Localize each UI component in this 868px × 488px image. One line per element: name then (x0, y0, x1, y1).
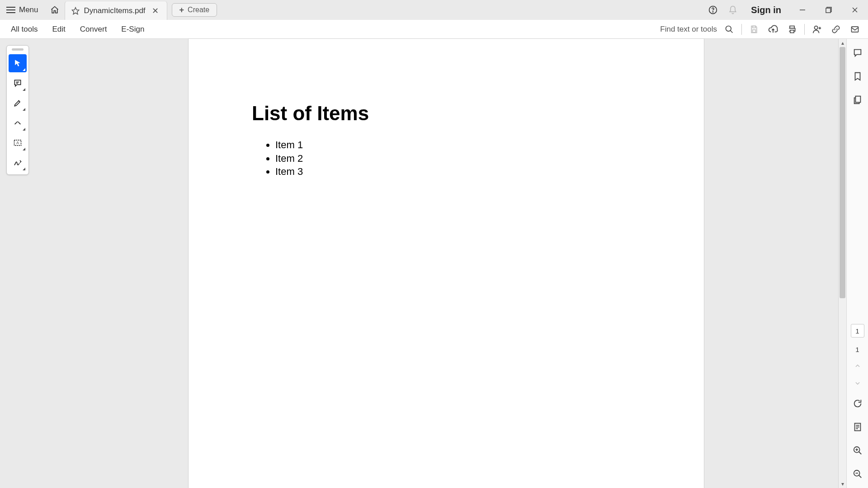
menu-button[interactable]: Menu (0, 0, 45, 20)
window-maximize-button[interactable] (816, 0, 842, 20)
document-viewport[interactable]: List of Items Item 1 Item 2 Item 3 (0, 39, 838, 488)
link-icon (831, 25, 840, 34)
zoom-in-button[interactable] (850, 443, 865, 458)
comment-tool[interactable] (9, 74, 27, 92)
bookmarks-panel-button[interactable] (850, 69, 865, 84)
pages-panel-button[interactable] (850, 92, 865, 108)
draw-tool[interactable] (9, 114, 27, 132)
search-button[interactable] (720, 20, 739, 39)
sign-tool[interactable] (9, 154, 27, 172)
svg-rect-11 (753, 29, 756, 32)
zoom-in-icon (853, 446, 863, 455)
share-link-button[interactable] (826, 20, 845, 39)
main-area: A List of Items Item 1 Item 2 Item 3 ▴ ▾ (0, 39, 868, 488)
total-pages: 1 (855, 346, 859, 353)
svg-rect-5 (826, 8, 830, 13)
edit-label: Edit (52, 25, 66, 34)
home-button[interactable] (45, 0, 65, 20)
scroll-down-button[interactable]: ▾ (839, 480, 846, 488)
upload-button[interactable] (764, 20, 783, 39)
sign-in-label: Sign in (751, 5, 781, 15)
create-label: Create (188, 6, 209, 14)
vertical-scrollbar[interactable]: ▴ ▾ (838, 39, 846, 488)
current-page: 1 (855, 327, 859, 335)
cursor-icon (13, 59, 22, 68)
toolbar-esign[interactable]: E-Sign (114, 20, 151, 38)
titlebar: Menu DynamicItems.pdf ✕ + Create Sign in (0, 0, 868, 20)
tab-title: DynamicItems.pdf (84, 6, 146, 15)
pdf-page: List of Items Item 1 Item 2 Item 3 (189, 39, 704, 488)
highlight-tool[interactable] (9, 94, 27, 112)
comments-panel-button[interactable] (850, 45, 865, 61)
list-item: Item 1 (275, 138, 641, 152)
mail-icon (850, 25, 859, 34)
bookmark-icon (853, 71, 863, 81)
next-page-button[interactable] (847, 379, 868, 388)
text-box-tool[interactable]: A (9, 134, 27, 152)
zoom-out-button[interactable] (850, 466, 865, 482)
svg-line-32 (859, 475, 861, 478)
highlighter-icon (13, 99, 22, 108)
prev-page-button[interactable] (847, 361, 868, 371)
document-tab[interactable]: DynamicItems.pdf ✕ (65, 1, 167, 20)
sign-in-button[interactable]: Sign in (743, 0, 789, 20)
signature-icon (13, 158, 22, 167)
scroll-up-button[interactable]: ▴ (839, 39, 846, 47)
speech-bubble-icon (853, 48, 863, 58)
share-email-button[interactable] (845, 20, 864, 39)
select-tool[interactable] (9, 54, 27, 72)
text-box-icon: A (13, 138, 22, 147)
page-display-button[interactable] (850, 419, 865, 435)
print-button[interactable] (783, 20, 802, 39)
all-tools-label: All tools (11, 25, 38, 34)
page-layout-icon (853, 422, 863, 432)
svg-marker-0 (72, 7, 79, 14)
rotate-view-button[interactable] (850, 396, 865, 411)
list-item: Item 2 (275, 152, 641, 165)
minimize-icon (799, 7, 806, 13)
menu-label: Menu (19, 5, 38, 14)
page-number-input[interactable]: 1 (851, 324, 864, 338)
document-heading: List of Items (252, 102, 641, 125)
chevron-down-icon (854, 380, 861, 386)
find-label: Find text or tools (660, 25, 720, 34)
svg-rect-17 (852, 27, 859, 32)
pages-icon (853, 95, 863, 105)
convert-label: Convert (80, 25, 107, 34)
toolbar-separator (741, 24, 742, 35)
tool-palette: A (6, 45, 29, 175)
esign-label: E-Sign (121, 25, 144, 34)
list-item: Item 3 (275, 165, 641, 178)
svg-point-14 (815, 26, 818, 29)
close-icon (852, 7, 858, 13)
svg-line-28 (859, 452, 861, 455)
share-people-button[interactable] (807, 20, 826, 39)
draw-icon (13, 118, 22, 127)
scroll-thumb[interactable] (840, 47, 845, 298)
hamburger-icon (6, 7, 15, 13)
palette-grip[interactable] (12, 48, 24, 51)
scroll-track[interactable] (839, 47, 846, 480)
maximize-icon (826, 7, 832, 13)
toolbar-all-tools[interactable]: All tools (4, 20, 45, 38)
svg-line-9 (731, 30, 733, 33)
bell-icon (728, 5, 737, 14)
help-icon (708, 5, 717, 14)
cloud-upload-icon (768, 24, 778, 34)
tab-close-button[interactable]: ✕ (150, 5, 160, 17)
save-button[interactable] (745, 20, 764, 39)
window-close-button[interactable] (842, 0, 868, 20)
right-rail: 1 1 (846, 39, 868, 488)
home-icon (50, 5, 59, 14)
toolbar-convert[interactable]: Convert (73, 20, 114, 38)
document-list: Item 1 Item 2 Item 3 (252, 138, 641, 178)
svg-rect-13 (790, 30, 794, 33)
svg-text:A: A (16, 141, 19, 145)
window-minimize-button[interactable] (789, 0, 816, 20)
notifications-button[interactable] (723, 0, 743, 20)
chevron-up-icon (854, 363, 861, 369)
toolbar-edit[interactable]: Edit (45, 20, 73, 38)
svg-point-8 (726, 26, 731, 31)
create-button[interactable]: + Create (172, 3, 217, 17)
help-button[interactable] (703, 0, 723, 20)
